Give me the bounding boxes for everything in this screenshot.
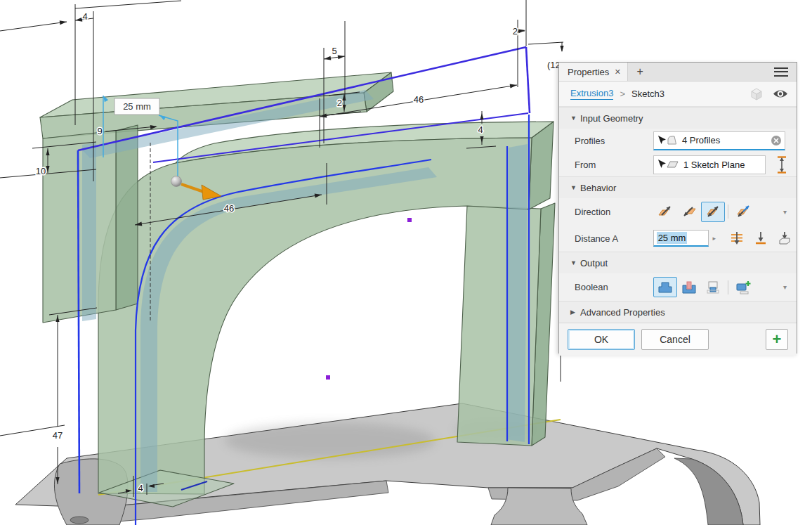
add-tab-button[interactable]: + — [628, 63, 651, 81]
distance-row: Distance A 25 mm ▸ — [559, 225, 797, 252]
dim-47: 47 — [53, 430, 63, 441]
dim-4-top: 4 — [82, 11, 87, 22]
section-behavior[interactable]: ▼ Behavior — [559, 176, 797, 198]
sketch-point[interactable] — [326, 375, 330, 380]
to-next-icon — [729, 231, 745, 246]
boolean-cut-button[interactable] — [677, 277, 701, 297]
panel-tabbar: Properties × + — [559, 63, 797, 82]
clear-x-icon — [771, 135, 782, 146]
dim-10: 10 — [36, 166, 46, 176]
profiles-value: 4 Profiles — [682, 135, 720, 145]
direction-default-icon — [657, 204, 674, 219]
clear-selection-button[interactable] — [771, 135, 782, 146]
select-cursor-icon — [657, 136, 667, 145]
section-output[interactable]: ▼ Output — [559, 252, 797, 273]
dim-5: 5 — [332, 46, 336, 56]
dim-4-bar: 4 — [478, 124, 483, 135]
distance-input[interactable]: 25 mm — [653, 230, 709, 247]
extent-from-face-button[interactable] — [773, 228, 797, 249]
profiles-row: Profiles 4 Profiles — [559, 129, 797, 153]
distance-flag-label: 25 mm — [123, 101, 151, 112]
from-row: From 1 Sketch Plane — [559, 153, 797, 176]
direction-symmetric-button[interactable] — [701, 202, 725, 222]
dim-2-right: 2 — [513, 26, 518, 37]
chevron-right-icon: ▶ — [570, 309, 580, 316]
distance-value: 25 mm — [657, 232, 688, 244]
intersect-icon — [705, 280, 721, 295]
section-advanced[interactable]: ▶ Advanced Properties — [559, 301, 797, 323]
direction-label: Direction — [575, 207, 653, 217]
chevron-down-icon: ▼ — [570, 259, 580, 266]
direction-row: Direction — [559, 198, 797, 225]
from-selector[interactable]: 1 Sketch Plane — [653, 155, 766, 174]
extent-to-face-button[interactable] — [749, 228, 773, 249]
chevron-down-icon: ▼ — [570, 115, 580, 122]
panel-footer: OK Cancel + — [559, 323, 797, 356]
dim-2-slab: 2 — [337, 98, 342, 108]
boolean-intersect-button[interactable] — [701, 277, 725, 297]
box-side-face — [116, 125, 138, 310]
boolean-new-solid-button[interactable] — [731, 277, 755, 297]
distance-spinner[interactable]: ▸ — [709, 230, 719, 247]
breadcrumb: Extrusion3 > Sketch3 — [559, 82, 797, 107]
extent-to-next-button[interactable] — [725, 228, 749, 249]
ok-button[interactable]: OK — [568, 329, 635, 350]
new-feature-plus-button[interactable]: + — [766, 329, 788, 350]
direction-asymmetric-icon — [735, 204, 752, 219]
dim-46-top: 46 — [414, 94, 424, 105]
hamburger-icon — [774, 67, 788, 77]
direction-flipped-icon — [681, 204, 698, 219]
direction-default-button[interactable] — [653, 202, 677, 222]
direction-dropdown-caret[interactable]: ▾ — [783, 208, 787, 216]
new-solid-icon — [735, 280, 752, 295]
cut-icon — [681, 280, 698, 295]
dim-4-bottom: 4 — [138, 483, 143, 493]
direction-symmetric-icon — [705, 204, 721, 219]
profile-icon — [667, 135, 678, 145]
breadcrumb-separator: > — [620, 89, 625, 99]
to-face-icon — [753, 231, 768, 246]
direction-flipped-button[interactable] — [677, 202, 701, 222]
sketch-plane-icon — [667, 160, 679, 169]
from-face-icon — [777, 231, 792, 246]
chevron-down-icon: ▼ — [570, 184, 580, 191]
tab-properties[interactable]: Properties × — [559, 63, 628, 81]
select-cursor-icon — [657, 160, 667, 169]
solid-body-icon[interactable] — [749, 87, 764, 101]
cancel-button[interactable]: Cancel — [641, 329, 709, 350]
visibility-eye-icon[interactable] — [773, 89, 788, 99]
boolean-row: Boolean ▾ — [559, 273, 797, 301]
tab-properties-label: Properties — [568, 67, 609, 77]
boolean-label: Boolean — [575, 282, 653, 292]
section-input-geometry[interactable]: ▼ Input Geometry — [559, 107, 797, 129]
profiles-selector[interactable]: 4 Profiles — [653, 131, 785, 150]
dim-46-arc: 46 — [224, 203, 234, 214]
direction-asymmetric-button[interactable] — [731, 202, 755, 222]
join-icon — [657, 280, 674, 295]
boolean-join-button[interactable] — [653, 277, 677, 297]
distance-label: Distance A — [575, 233, 653, 244]
breadcrumb-feature-link[interactable]: Extrusion3 — [570, 88, 613, 100]
from-label: From — [575, 160, 653, 170]
boolean-dropdown-caret[interactable]: ▾ — [783, 283, 787, 291]
breadcrumb-sketch[interactable]: Sketch3 — [631, 89, 664, 99]
app-window: 4 5 2 46 2 (12) 9 — [0, 0, 812, 525]
profiles-label: Profiles — [575, 136, 653, 146]
from-value: 1 Sketch Plane — [683, 160, 745, 170]
sketch-point[interactable] — [407, 218, 412, 222]
panel-menu-button[interactable] — [766, 63, 797, 81]
dim-9: 9 — [97, 126, 102, 136]
offset-extents-icon[interactable] — [775, 155, 788, 174]
close-icon[interactable]: × — [615, 67, 620, 77]
properties-panel: Properties × + Extrusion3 > Sketch3 ▼ In… — [558, 62, 797, 354]
